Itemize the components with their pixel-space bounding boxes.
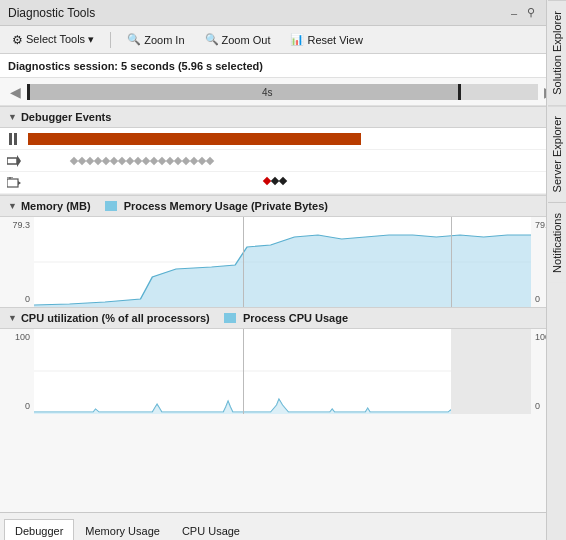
tab-debugger-label: Debugger: [15, 525, 63, 537]
side-tabs: Solution Explorer Server Explorer Notifi…: [546, 0, 566, 540]
reset-icon: 📊: [290, 33, 304, 46]
svg-marker-3: [17, 155, 21, 167]
memory-y-min: 0: [4, 294, 30, 304]
timeline-end-handle[interactable]: [458, 84, 461, 100]
cpu-y-axis-left: 100 0: [0, 329, 34, 414]
memory-y-axis-left: 79.3 0: [0, 217, 34, 307]
cpu-canvas: [34, 329, 531, 414]
snapshot-icon: [0, 177, 28, 189]
cpu-vdivider-1: [243, 329, 244, 414]
zoom-in-button[interactable]: 🔍 Zoom In: [123, 31, 188, 48]
side-tab-solution-label: Solution Explorer: [551, 11, 563, 95]
debugger-title: Debugger Events: [21, 111, 111, 123]
zoom-in-icon: 🔍: [127, 33, 141, 46]
session-info: Diagnostics session: 5 seconds (5.96 s s…: [0, 54, 565, 78]
tab-memory-label: Memory Usage: [85, 525, 160, 537]
mem-vdivider-2: [451, 217, 452, 307]
tab-debugger[interactable]: Debugger: [4, 519, 74, 540]
diamonds-container: [71, 155, 458, 167]
mem-vdivider-1: [243, 217, 244, 307]
timeline-bar: ◀ 4s ▶: [0, 78, 565, 106]
cpu-legend-label: Process CPU Usage: [243, 312, 348, 324]
reset-view-button[interactable]: 📊 Reset View: [286, 31, 366, 48]
session-text: Diagnostics session: 5 seconds (5.96 s s…: [8, 60, 263, 72]
red-bar: [28, 133, 361, 145]
bottom-tabs: Debugger Memory Usage CPU Usage: [0, 512, 565, 540]
pin-button2[interactable]: ⚲: [524, 5, 538, 20]
debugger-section-header: ▼ Debugger Events: [0, 106, 565, 128]
memory-legend-box: [105, 201, 117, 211]
memory-chart-svg: [34, 217, 531, 307]
zoom-in-label: Zoom In: [144, 34, 184, 46]
memory-canvas: [34, 217, 531, 307]
memory-legend-label: Process Memory Usage (Private Bytes): [124, 200, 328, 212]
debugger-events: [0, 128, 565, 195]
svg-rect-4: [7, 179, 18, 187]
timeline-end-area: [461, 84, 538, 100]
reset-view-label: Reset View: [307, 34, 362, 46]
cpu-collapse-arrow[interactable]: ▼: [8, 313, 17, 323]
toolbar-separator-1: [110, 32, 111, 48]
event-row-3: [0, 172, 565, 194]
select-tools-button[interactable]: ⚙ Select Tools ▾: [8, 31, 98, 49]
gear-icon: ⚙: [12, 33, 23, 47]
event-row-1: [0, 128, 565, 150]
timeline-label-4s: 4s: [262, 86, 273, 97]
svg-rect-2: [7, 158, 17, 164]
cpu-grayed-area: [451, 329, 531, 414]
diamond-18: [206, 156, 214, 164]
zoom-out-button[interactable]: 🔍 Zoom Out: [201, 31, 275, 48]
zoom-out-icon: 🔍: [205, 33, 219, 46]
cpu-y-min: 0: [4, 401, 30, 411]
side-tab-server-label: Server Explorer: [551, 116, 563, 192]
pause-icon: [0, 133, 28, 145]
window-title: Diagnostic Tools: [8, 6, 95, 20]
pin-button[interactable]: –: [508, 6, 520, 20]
zoom-out-label: Zoom Out: [222, 34, 271, 46]
side-tab-solution-explorer[interactable]: Solution Explorer: [548, 0, 566, 105]
memory-y-max: 79.3: [4, 220, 30, 230]
svg-rect-1: [14, 133, 17, 145]
timeline-selection[interactable]: [30, 84, 461, 100]
side-tab-notifications-label: Notifications: [551, 213, 563, 273]
black-diamond-2: [279, 176, 287, 184]
title-bar: Diagnostic Tools – ⚲ ✕: [0, 0, 565, 26]
side-tab-server-explorer[interactable]: Server Explorer: [548, 105, 566, 202]
markers-container: [264, 178, 286, 184]
side-tab-notifications[interactable]: Notifications: [548, 202, 566, 283]
svg-rect-0: [9, 133, 12, 145]
event-track-2: [28, 153, 565, 169]
select-tools-label: Select Tools ▾: [26, 33, 94, 46]
tab-cpu-usage[interactable]: CPU Usage: [171, 519, 251, 540]
tab-cpu-label: CPU Usage: [182, 525, 240, 537]
memory-header: ▼ Memory (MB) Process Memory Usage (Priv…: [0, 195, 565, 217]
cpu-y-max: 100: [4, 332, 30, 342]
cpu-title: CPU utilization (% of all processors): [21, 312, 210, 324]
memory-section: ▼ Memory (MB) Process Memory Usage (Priv…: [0, 195, 565, 307]
memory-chart-area: 79.3 0 79.3: [0, 217, 565, 307]
event-track-1: [28, 131, 565, 147]
tab-memory-usage[interactable]: Memory Usage: [74, 519, 171, 540]
cpu-section: ▼ CPU utilization (% of all processors) …: [0, 307, 565, 414]
memory-title: Memory (MB): [21, 200, 91, 212]
event-row-2: [0, 150, 565, 172]
toolbar: ⚙ Select Tools ▾ 🔍 Zoom In 🔍 Zoom Out 📊 …: [0, 26, 565, 54]
event-track-3: [28, 175, 565, 191]
debugger-collapse-arrow[interactable]: ▼: [8, 112, 17, 122]
svg-marker-5: [18, 181, 21, 185]
step-icon: [0, 155, 28, 167]
cpu-chart-area: 100 0 100: [0, 329, 565, 414]
timeline-track[interactable]: 4s: [27, 84, 538, 100]
memory-collapse-arrow[interactable]: ▼: [8, 201, 17, 211]
cpu-legend-box: [224, 313, 236, 323]
timeline-left-arrow[interactable]: ◀: [8, 84, 23, 100]
cpu-header: ▼ CPU utilization (% of all processors) …: [0, 307, 565, 329]
